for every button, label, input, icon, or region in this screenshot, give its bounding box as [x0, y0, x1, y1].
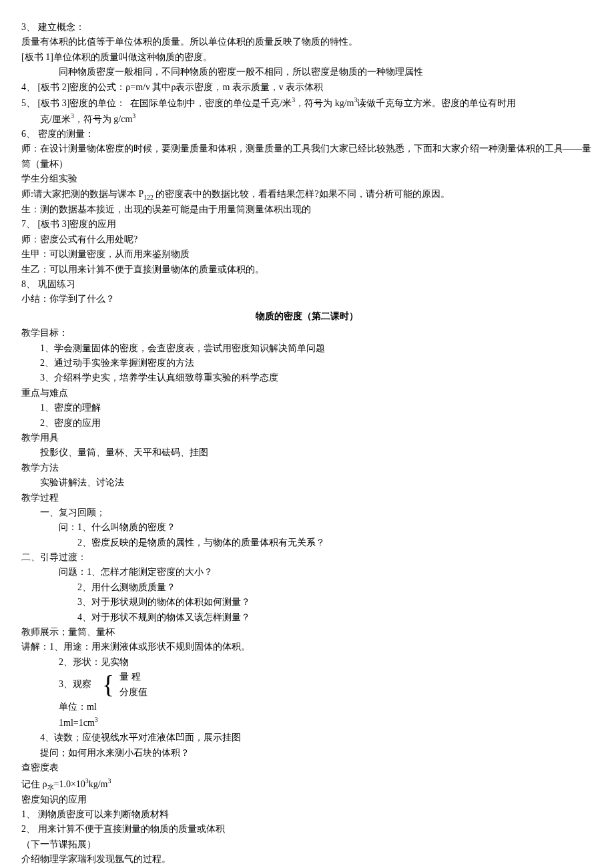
text-line: 师：在设计测量物体密度的时候，要测量质量和体积，测量质量的工具我们大家已经比较熟…	[21, 142, 593, 172]
text-line: 7、 [板书 3]密度的应用	[21, 217, 593, 232]
text-line: 5、 [板书 3]密度的单位： 在国际单位制中，密度的单位是千克/米3，符号为 …	[21, 95, 593, 111]
text-line: 二、引导过渡：	[21, 550, 593, 565]
text-line: 教学用具	[21, 431, 593, 445]
text-line: 教师展示；量筒、量杯	[21, 625, 593, 640]
text-line: 克/厘米3，符号为 g/cm3	[21, 111, 593, 127]
text-line: （下一节课拓展）	[21, 837, 593, 852]
text-line: 教学方法	[21, 461, 593, 475]
text-line: 2、用什么测物质质量？	[21, 580, 593, 595]
text-line: 重点与难点	[21, 386, 593, 401]
text-line: 师：密度公式有什么用处呢?	[21, 232, 593, 247]
text-line: 4、读数；应使视线水平对准液体凹面，展示挂图	[21, 730, 593, 745]
text-line: 2、形状：见实物	[21, 655, 593, 670]
text-line: 问：1、什么叫物质的密度？	[21, 520, 593, 535]
text-line: 记住 ρ水=1.0×103kg/m3	[21, 776, 593, 793]
text-line: [板书 1]单位体积的质量叫做这种物质的密度。	[21, 50, 593, 65]
text-line: 教学过程	[21, 491, 593, 505]
text-line: 生甲：可以测量密度，从而用来鉴别物质	[21, 247, 593, 262]
brace-item: 量 程	[119, 670, 147, 684]
text-line: 问题：1、怎样才能测定密度的大小？	[21, 565, 593, 580]
text-line: 质量有体积的比值等于单位体积的质量。所以单位体积的质量反映了物质的特性。	[21, 35, 593, 49]
section-heading: 物质的密度（第二课时）	[21, 309, 593, 324]
text-line: 提问；如何用水来测小石块的体积？	[21, 746, 593, 761]
brace-item: 分度值	[119, 685, 147, 700]
text-line: 1、学会测量固体的密度，会查密度表，尝试用密度知识解决简单问题	[21, 341, 593, 356]
text-line: 单位：ml	[21, 700, 593, 714]
text-line: 1ml=1cm3	[21, 714, 593, 730]
text-line: 2、密度反映的是物质的属性，与物体的质量体积有无关系？	[21, 535, 593, 550]
brace-icon: {	[91, 673, 119, 696]
text-line: 小结：你学到了什么？	[21, 292, 593, 306]
text-line: 2、通过动手实验来掌握测密度的方法	[21, 356, 593, 371]
text-line: 2、密度的应用	[21, 416, 593, 431]
text-line: 一、复习回顾；	[21, 505, 593, 520]
text-line: 同种物质密度一般相同，不同种物质的密度一般不相同，所以密度是物质的一种物理属性	[21, 65, 593, 79]
brace-group: 3、观察 { 量 程 分度值	[21, 670, 593, 700]
text-line: 学生分组实验	[21, 172, 593, 186]
text-line: 4、 [板书 2]密度的公式：ρ=m/v 其中ρ表示密度，m 表示质量，v 表示…	[21, 80, 593, 95]
label-observe: 3、观察	[59, 677, 91, 692]
text-line: 师:请大家把测的数据与课本 P122 的密度表中的数据比较，看看结果怎样?如果不…	[21, 187, 593, 202]
text-line: 8、 巩固练习	[21, 277, 593, 292]
text-line: 3、介绍科学史实，培养学生认真细致尊重实验的科学态度	[21, 371, 593, 385]
text-line: 4、对于形状不规则的物体又该怎样测量？	[21, 610, 593, 625]
text-line: 3、对于形状规则的物体的体积如何测量？	[21, 595, 593, 610]
text-line: 3、 建立概念：	[21, 20, 593, 35]
text-line: 1、密度的理解	[21, 401, 593, 415]
text-line: 查密度表	[21, 761, 593, 775]
text-line: 1、 测物质密度可以来判断物质材料	[21, 807, 593, 822]
text-line: 6、 密度的测量：	[21, 127, 593, 142]
text-line: 介绍物理学家瑞利发现氩气的过程。	[21, 852, 593, 867]
text-line: 教学目标：	[21, 326, 593, 341]
text-line: 生乙：可以用来计算不便于直接测量物体的质量或体积的。	[21, 262, 593, 277]
text-line: 投影仪、量筒、量杯、天平和砝码、挂图	[21, 445, 593, 460]
text-line: 讲解：1、用途：用来测液体或形状不规则固体的体积。	[21, 640, 593, 654]
text-line: 生：测的数据基本接近，出现的误差可能是由于用量筒测量体积出现的	[21, 202, 593, 217]
text-line: 2、 用来计算不便于直接测量的物质的质量或体积	[21, 822, 593, 837]
text-line: 实验讲解法、讨论法	[21, 475, 593, 490]
text-line: 密度知识的应用	[21, 793, 593, 807]
